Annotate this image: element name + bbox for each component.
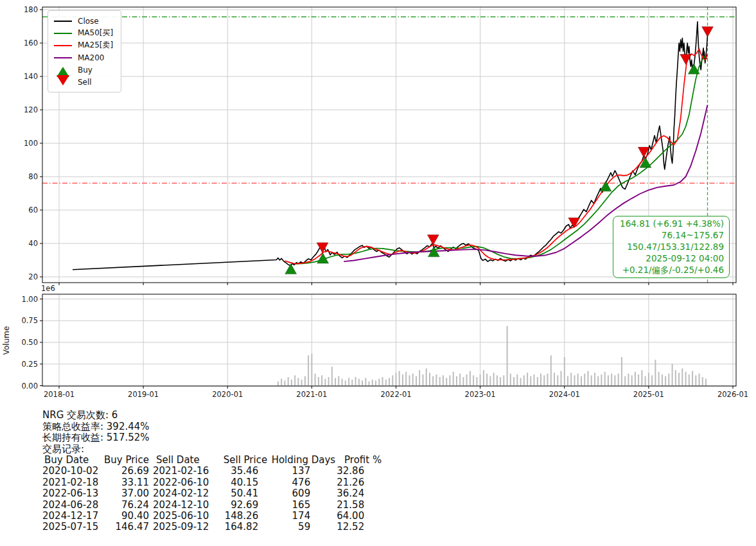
table-cell: 37.00: [103, 488, 149, 499]
svg-text:0.00: 0.00: [21, 382, 38, 391]
svg-text:40: 40: [28, 239, 38, 248]
legend-item-ma200: MA200: [53, 51, 113, 64]
trade-records-label: 交易记录:: [42, 444, 382, 455]
trade-count-line: NRG 交易次数: 6: [42, 410, 382, 421]
ma50-line-swatch: [53, 33, 73, 34]
svg-text:20: 20: [28, 272, 38, 281]
hold-return-line: 长期持有收益: 517.52%: [42, 432, 382, 444]
svg-text:2023-01: 2023-01: [465, 390, 496, 399]
volume-axis-title: Volume: [2, 326, 11, 355]
table-cell: 146.47: [103, 522, 149, 533]
svg-text:180: 180: [24, 5, 38, 14]
table-cell: 2024-12-17: [42, 511, 103, 522]
column-header: Holding Days: [267, 455, 335, 466]
table-cell: 90.40: [103, 511, 149, 522]
table-cell: 50.41: [209, 488, 267, 499]
legend: CloseMA50[买]MA25[卖]MA200BuySell: [48, 10, 121, 92]
table-cell: 59: [267, 522, 335, 533]
annotation-range-line: 76.14~175.67: [620, 229, 724, 241]
svg-text:120: 120: [24, 105, 38, 114]
table-cell: 2022-06-13: [42, 488, 103, 499]
legend-label: Sell: [78, 78, 92, 87]
table-row: 2025-07-15146.472025-09-12164.825912.52: [42, 522, 382, 533]
volume-tick-labels: 0.000.250.500.751.00: [21, 295, 42, 391]
table-cell: 609: [267, 488, 335, 499]
svg-text:2024-01: 2024-01: [549, 390, 580, 399]
svg-text:1.00: 1.00: [21, 295, 38, 304]
svg-text:0.75: 0.75: [21, 316, 38, 325]
table-row: 2024-12-1790.402025-06-10148.2617464.00: [42, 511, 382, 522]
table-cell: 40.15: [209, 477, 267, 488]
trades-table: Buy DateBuy PriceSell DateSell PriceHold…: [42, 455, 382, 533]
table-cell: 137: [267, 466, 335, 477]
annotation-signal-line: +0.21/偏多/-0.25/+0.46: [620, 264, 724, 276]
sell-triangle-icon: [53, 79, 73, 85]
svg-text:2018-01: 2018-01: [44, 390, 75, 399]
table-cell: 12.52: [335, 522, 382, 533]
table-cell: 33.11: [103, 477, 149, 488]
price-tick-labels: 20406080100120140160180: [24, 5, 42, 281]
table-cell: 64.00: [335, 511, 382, 522]
trades-table-header: Buy DateBuy PriceSell DateSell PriceHold…: [42, 455, 382, 466]
table-cell: 21.58: [335, 500, 382, 511]
stock-strategy-chart-screen: 204060801001201401601800.000.250.500.751…: [0, 0, 756, 546]
column-header: Sell Price: [209, 455, 267, 466]
table-row: 2022-06-1337.002024-02-1250.4160936.24: [42, 488, 382, 499]
table-cell: 148.26: [209, 511, 267, 522]
strategy-report: NRG 交易次数: 6 策略总收益率: 392.44% 长期持有收益: 517.…: [42, 410, 382, 533]
table-cell: 76.24: [103, 500, 149, 511]
ma25-line-swatch: [53, 45, 73, 46]
volume-bars: [277, 326, 707, 385]
table-cell: 2020-10-02: [42, 466, 103, 477]
table-cell: 32.86: [335, 466, 382, 477]
svg-text:160: 160: [24, 39, 38, 48]
table-cell: 26.69: [103, 466, 149, 477]
table-cell: 2025-09-12: [149, 522, 209, 533]
table-cell: 2021-02-16: [149, 466, 209, 477]
table-row: 2021-02-1833.112022-06-1040.1547621.26: [42, 477, 382, 488]
table-cell: 2021-02-18: [42, 477, 103, 488]
svg-text:0.25: 0.25: [21, 360, 38, 369]
table-row: 2020-10-0226.692021-02-1635.4613732.86: [42, 466, 382, 477]
annotation-date-line: 2025-09-12 04:00: [620, 252, 724, 264]
svg-text:2019-01: 2019-01: [128, 390, 159, 399]
table-cell: 21.26: [335, 477, 382, 488]
annotation-price-line: 164.81 (+6.91 +4.38%): [620, 218, 724, 229]
svg-text:2022-01: 2022-01: [380, 390, 411, 399]
legend-label: MA50[买]: [78, 28, 113, 39]
gridlines: [42, 7, 736, 386]
legend-label: Buy: [78, 66, 92, 75]
svg-text:60: 60: [28, 206, 38, 215]
table-cell: 476: [267, 477, 335, 488]
svg-text:2021-01: 2021-01: [296, 390, 327, 399]
sell-marker-icon: [702, 26, 714, 37]
svg-text:2026-01: 2026-01: [717, 390, 748, 399]
svg-text:140: 140: [24, 72, 38, 81]
legend-label: MA25[卖]: [78, 40, 113, 51]
buy-marker-icon: [688, 64, 699, 74]
quote-annotation-box: 164.81 (+6.91 +4.38%) 76.14~175.67 150.4…: [613, 216, 730, 278]
trades-table-body: 2020-10-0226.692021-02-1635.4613732.8620…: [42, 466, 382, 533]
legend-label: Close: [78, 17, 99, 26]
svg-text:2020-01: 2020-01: [212, 390, 243, 399]
table-cell: 2025-07-15: [42, 522, 103, 533]
buy-triangle-icon: [53, 67, 73, 73]
buy-marker-icon: [285, 264, 297, 274]
ma200-line-swatch: [53, 57, 73, 58]
svg-text:0.50: 0.50: [21, 338, 38, 347]
table-cell: 2024-02-12: [149, 488, 209, 499]
table-cell: 2025-06-10: [149, 511, 209, 522]
svg-text:100: 100: [24, 139, 38, 148]
table-cell: 2024-06-28: [42, 500, 103, 511]
table-cell: 165: [267, 500, 335, 511]
legend-label: MA200: [78, 53, 104, 62]
table-cell: 2024-12-10: [149, 500, 209, 511]
volume-panel-frame: [42, 294, 736, 386]
annotation-ma-line: 150.47/153.31/122.89: [620, 241, 724, 252]
column-header: Buy Price: [103, 455, 149, 466]
column-header: Profit %: [335, 455, 382, 466]
legend-item-ma25: MA25[卖]: [53, 39, 113, 51]
table-cell: 92.69: [209, 500, 267, 511]
table-cell: 164.82: [209, 522, 267, 533]
strategy-return-line: 策略总收益率: 392.44%: [42, 421, 382, 433]
